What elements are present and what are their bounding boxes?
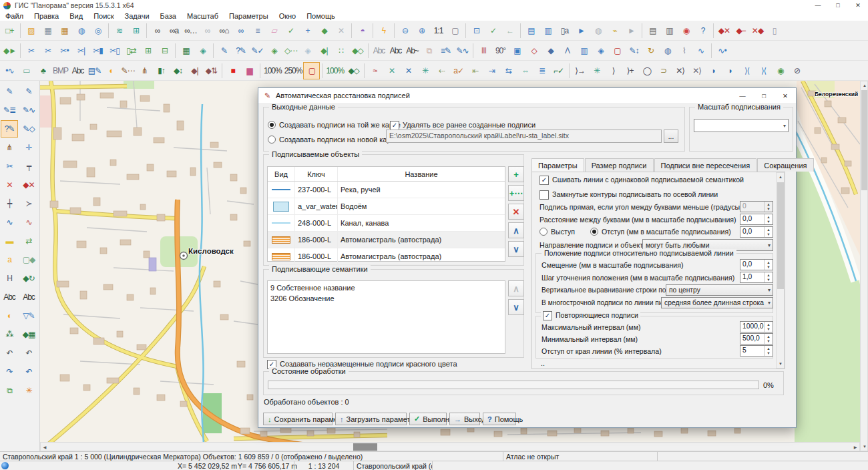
pair-objects-icon[interactable]: ◆◇	[349, 42, 366, 59]
row-down-button[interactable]: ∨	[508, 241, 524, 257]
cut-object-icon[interactable]: ✂▯	[106, 42, 123, 59]
valign-combobox[interactable]: по центру ▾	[666, 284, 773, 296]
help-pointer-icon[interactable]: ?	[694, 22, 711, 39]
frame-handles-icon[interactable]: ▣	[509, 42, 525, 59]
lt-flashlight-icon[interactable]: ◐	[1, 307, 18, 324]
brackets-dots-icon[interactable]: ⟩⟨	[755, 62, 772, 79]
iron-plus-icon[interactable]: ◗	[722, 62, 738, 79]
cut-node-icon[interactable]: ✂•	[56, 42, 73, 59]
menu-item-база[interactable]: База	[155, 12, 182, 20]
highlight-clear-icon[interactable]: ✕	[333, 22, 349, 39]
table-row[interactable]: 248-000-LКанал, канава	[268, 215, 505, 232]
highlight-check-icon[interactable]: ✓	[282, 22, 299, 39]
diamond-outline-icon[interactable]: ◇	[525, 42, 542, 59]
dialog-close-button[interactable]: ✕	[775, 88, 796, 103]
cut-line-icon[interactable]: ✂	[23, 42, 39, 59]
topology-cross-icon[interactable]: ≈	[367, 62, 383, 79]
oval-green-icon[interactable]: ◉	[772, 62, 789, 79]
checkbox-closed-contours[interactable]: ✓ Замкнутые контуры подписывать по осево…	[539, 190, 718, 200]
align-blocks-icon[interactable]: ⊟	[156, 42, 173, 59]
radio-otstup[interactable]: Отступ (мм в масштабе подписывания)	[590, 228, 731, 236]
highlight-polygon-icon[interactable]: ▱	[266, 22, 282, 39]
radio-same-map[interactable]: Создавать подписи на той же карте	[268, 121, 401, 129]
sem-down-button[interactable]: ∨	[508, 299, 524, 315]
lt-funnel-pencil-icon[interactable]: ▽✎	[20, 307, 37, 324]
browse-button[interactable]: ...	[664, 130, 678, 143]
sphere-grid-icon[interactable]: ◍	[659, 42, 676, 59]
params-scroll-thumb[interactable]	[777, 182, 784, 289]
table-row[interactable]: a_var_waterВодоём	[268, 198, 505, 215]
rotate-icon[interactable]: ↻	[642, 42, 659, 59]
draw-pencil-icon[interactable]: ✎	[216, 42, 232, 59]
lt-move-arrows-icon[interactable]: ✛	[20, 139, 37, 156]
menu-item-задачи[interactable]: Задачи	[120, 12, 155, 20]
brackets-icon[interactable]: ⟩⟨	[738, 62, 755, 79]
lt-ruler-icon[interactable]: ▬	[1, 232, 18, 250]
fill-color-icon[interactable]: ■	[224, 62, 241, 79]
print-page-icon[interactable]: ▥	[661, 22, 678, 39]
lt-text-abc2-icon[interactable]: Abc	[20, 288, 37, 306]
scale-combobox[interactable]: ▾	[694, 119, 789, 132]
flashlight-icon[interactable]: ◐	[103, 62, 120, 79]
map-pointer-icon[interactable]: ►	[573, 22, 590, 39]
zoom-1-1-icon[interactable]: 1:1	[430, 22, 447, 39]
multiline-combobox[interactable]: средняя более длинная строка ▾	[661, 297, 773, 308]
spin-down-icon[interactable]: ▼	[765, 278, 773, 283]
table-row[interactable]: 186-000-LАвтомагистраль (автострада)	[268, 232, 505, 248]
tab-3[interactable]: Подписи вне пересечения	[654, 158, 757, 172]
print-icon[interactable]: ▤	[644, 22, 661, 39]
checkbox-delete-labels[interactable]: ✓ Удалять все ранее созданные подписи	[390, 121, 535, 130]
node-add-icon[interactable]: ⟩+	[622, 62, 638, 79]
highlight-add-icon[interactable]: +	[299, 22, 316, 39]
vertical-scroll-thumb[interactable]	[861, 90, 867, 190]
topology-x2-icon[interactable]: ✕	[400, 62, 417, 79]
topology-star-icon[interactable]: ✳	[417, 62, 433, 79]
tab-2[interactable]: Размер подписи	[585, 158, 654, 172]
offset-spinner[interactable]: 0,0 ▲▼	[740, 259, 773, 270]
diamonds-up-icon[interactable]: ◆↕	[170, 62, 186, 79]
objects-table[interactable]: ВидКлючНазвание237-000-LРека, ручейa_var…	[267, 166, 505, 262]
maximize-button[interactable]: □	[828, 0, 848, 11]
scroll-left-icon[interactable]: ◀	[41, 443, 49, 451]
spin-down-icon[interactable]: ▼	[765, 220, 773, 225]
stretch-frame-icon[interactable]: ▢	[609, 42, 626, 59]
columns-icon[interactable]: ▥	[576, 42, 592, 59]
lt-pencil2-icon[interactable]: ✎	[20, 83, 37, 100]
spin-down-icon[interactable]: ▼	[765, 207, 773, 212]
journal-icon[interactable]: ▤✎	[86, 62, 103, 79]
image-format-icon[interactable]: BMP	[51, 62, 69, 79]
text-abc-icon[interactable]: Abc	[69, 62, 86, 79]
text-strike-icon[interactable]: Abc	[371, 42, 387, 59]
route-icon[interactable]: ⌁	[606, 22, 623, 39]
step-spinner[interactable]: 1,0 ▲▼	[740, 272, 773, 283]
angle-90-icon[interactable]: 90°	[492, 42, 509, 59]
open-internet-icon[interactable]: ◍	[73, 22, 89, 39]
menu-item-файл[interactable]: Файл	[0, 12, 29, 20]
zoom-in-icon[interactable]: ⊕	[413, 22, 430, 39]
text-diamond-icon[interactable]: Abc	[387, 42, 404, 59]
sem-up-button[interactable]: ∧	[508, 280, 524, 296]
topology-dash-icon[interactable]: ⇠	[433, 62, 450, 79]
spin-up-icon[interactable]: ▲	[765, 272, 773, 278]
select-db-panel-icon[interactable]: ▥	[539, 22, 556, 39]
lt-curve-points-icon[interactable]: ∿	[1, 214, 18, 231]
topology-both-icon[interactable]: ⇔	[517, 62, 533, 79]
highlight-object-icon[interactable]: ◆	[316, 22, 333, 39]
topology-jump-icon[interactable]: ⇥	[483, 62, 500, 79]
zoom-out-icon[interactable]: ⊖	[397, 22, 413, 39]
load-params-button[interactable]: ↑Загрузить параметры	[335, 413, 407, 425]
topology-check-icon[interactable]: ⌐✓	[550, 62, 567, 79]
raise-block-icon[interactable]: ▮↑	[153, 62, 170, 79]
spin-down-icon[interactable]: ▼	[765, 339, 773, 344]
lt-pencil-points-icon[interactable]: ✎∿	[20, 101, 37, 119]
lt-pencil-diamond-icon[interactable]: ✎◇	[20, 120, 37, 138]
lt-diamond-rotate-icon[interactable]: ◆↻	[20, 270, 37, 287]
menu-item-масштаб[interactable]: Масштаб	[182, 12, 224, 20]
lt-branch-icon[interactable]: ≻	[20, 195, 37, 212]
help-button[interactable]: ?Помощь	[483, 413, 516, 425]
streams-icon[interactable]: ∿	[692, 42, 709, 59]
close-button[interactable]: ✕	[848, 0, 868, 11]
lt-pencil-query-icon[interactable]: ?✎	[1, 120, 18, 138]
add-object-button[interactable]: +	[508, 166, 524, 182]
output-path-field[interactable]: E:\osm2025\Ставропольский край\Label\ru-…	[386, 130, 662, 143]
